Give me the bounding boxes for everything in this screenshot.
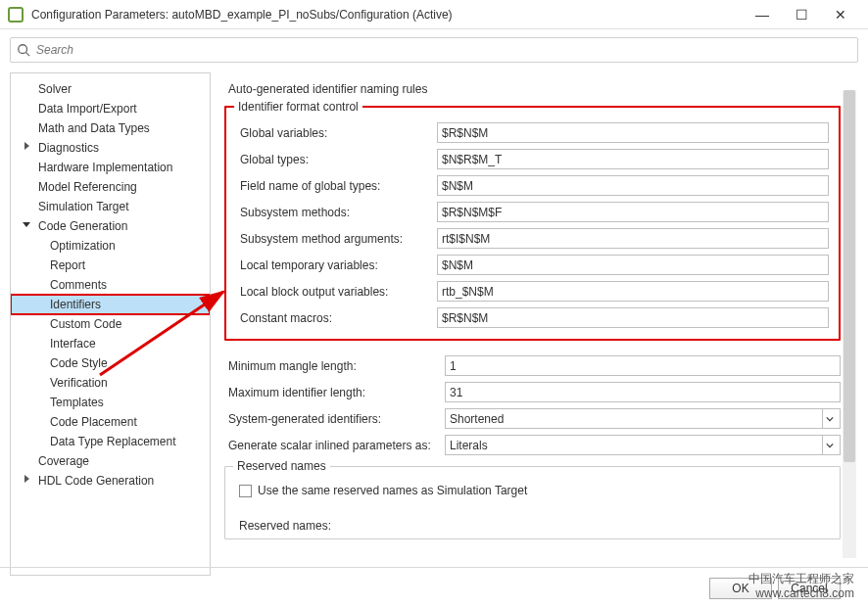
close-button[interactable]: ✕ [821,1,860,28]
group-legend: Reserved names [233,459,330,473]
sidebar-item-data-type-replacement[interactable]: Data Type Replacement [11,432,210,451]
vertical-scrollbar[interactable] [843,76,856,572]
sidebar-item-label: Data Import/Export [38,102,137,116]
form-label: Generate scalar inlined parameters as: [224,439,445,452]
format-field[interactable]: $N$R$M_T [437,149,829,169]
reserved-names-row: Reserved names: [235,512,830,538]
sidebar-item-solver[interactable]: Solver [11,79,210,99]
search-bar[interactable] [10,37,858,63]
format-field[interactable]: rt$I$N$M [437,228,829,249]
caret-right-icon [24,475,29,483]
form-label: Global types: [236,153,437,166]
sidebar-item-label: Code Style [50,356,108,370]
sidebar-item-hdl-code-generation[interactable]: HDL Code Generation [11,471,210,491]
minimize-button[interactable]: — [743,1,782,28]
sidebar-item-label: Verification [50,376,108,390]
sidebar-item-model-referencing[interactable]: Model Referencing [11,177,210,197]
combo-field[interactable]: Literals [445,435,841,455]
combo-field[interactable]: Shortened [445,408,841,429]
form-label: Subsystem methods: [236,206,437,219]
group-legend: Identifier format control [234,100,362,114]
format-field[interactable]: rtb_$N$M [437,281,829,302]
sidebar-item-label: Model Referencing [38,180,137,194]
form-label: Global variables: [236,126,437,140]
sidebar-item-custom-code[interactable]: Custom Code [11,314,210,334]
sidebar-item-coverage[interactable]: Coverage [11,451,210,471]
dialog-footer: OK Cancel 中国汽车工程师之家 www.cartech8.com [0,567,868,608]
sidebar-item-templates[interactable]: Templates [11,393,210,412]
sidebar-item-label: Simulation Target [38,200,129,213]
format-field[interactable]: $R$N$M [437,122,829,143]
sidebar-item-label: Hardware Implementation [38,161,172,174]
sidebar-item-label: Templates [50,396,104,409]
sidebar-item-code-style[interactable]: Code Style [11,353,210,373]
setting-row: System-generated identifiers:Shortened [224,405,841,432]
ok-button[interactable]: OK [709,578,772,599]
section-title: Auto-generated identifier naming rules [228,82,841,96]
sidebar-item-label: Code Placement [50,415,137,429]
cancel-button[interactable]: Cancel [778,578,841,599]
search-input[interactable] [36,43,851,57]
form-label: Field name of global types: [236,179,437,193]
maximize-button[interactable]: ☐ [782,1,821,28]
format-row: Global types:$N$R$M_T [236,146,829,172]
form-label: Local temporary variables: [236,258,437,272]
chevron-down-icon [822,436,836,454]
sidebar-item-label: Coverage [38,454,89,468]
sidebar-item-label: Math and Data Types [38,121,150,135]
format-row: Global variables:$R$N$M [236,119,829,146]
format-row: Subsystem methods:$R$N$M$F [236,199,829,225]
sidebar-item-label: Optimization [50,239,116,253]
sidebar-item-label: Report [50,258,85,272]
app-icon [8,7,24,23]
format-field[interactable]: $R$N$M$F [437,202,829,222]
sidebar-item-label: Code Generation [38,219,127,233]
form-label: Subsystem method arguments: [236,232,437,246]
checkbox-label: Use the same reserved names as Simulatio… [258,484,527,497]
setting-row: Minimum mangle length:1 [224,352,841,379]
sidebar-item-label: Custom Code [50,317,121,331]
text-field[interactable]: 1 [445,355,841,376]
text-field[interactable]: 31 [445,382,841,402]
main-pane: Auto-generated identifier naming rules I… [218,72,858,576]
svg-point-0 [19,45,27,54]
setting-row: Maximum identifier length:31 [224,379,841,405]
sidebar-item-code-generation[interactable]: Code Generation [11,216,210,236]
caret-right-icon [24,142,29,150]
sidebar-item-interface[interactable]: Interface [11,334,210,353]
search-icon [17,43,30,57]
sidebar-item-comments[interactable]: Comments [11,275,210,295]
sidebar-item-data-import-export[interactable]: Data Import/Export [11,99,210,118]
sidebar-item-diagnostics[interactable]: Diagnostics [11,138,210,158]
sidebar-item-label: Data Type Replacement [50,435,176,448]
format-row: Constant macros:$R$N$M [236,304,829,331]
form-label: System-generated identifiers: [224,412,445,426]
sidebar-item-simulation-target[interactable]: Simulation Target [11,197,210,216]
form-label: Maximum identifier length: [224,386,445,399]
identifier-format-group: Identifier format control Global variabl… [224,106,841,341]
sidebar-item-label: Interface [50,337,96,351]
sidebar-item-code-placement[interactable]: Code Placement [11,412,210,432]
format-field[interactable]: $R$N$M [437,307,829,328]
reserved-names-label: Reserved names: [235,519,353,533]
sidebar-item-math-and-data-types[interactable]: Math and Data Types [11,118,210,138]
setting-row: Generate scalar inlined parameters as:Li… [224,432,841,458]
window-title: Configuration Parameters: autoMBD_exampl… [31,8,743,22]
sidebar-item-hardware-implementation[interactable]: Hardware Implementation [11,158,210,177]
form-label: Constant macros: [236,311,437,325]
svg-line-1 [26,53,30,57]
format-row: Local temporary variables:$N$M [236,252,829,278]
reserved-sim-target-checkbox[interactable]: Use the same reserved names as Simulatio… [235,479,830,502]
format-field[interactable]: $N$M [437,255,829,275]
sidebar-item-label: Solver [38,82,72,96]
combo-value: Literals [450,439,488,452]
sidebar-item-optimization[interactable]: Optimization [11,236,210,256]
scrollbar-thumb[interactable] [844,90,855,462]
sidebar-item-report[interactable]: Report [11,256,210,275]
reserved-names-group: Reserved names Use the same reserved nam… [224,466,841,539]
format-row: Local block output variables:rtb_$N$M [236,278,829,304]
sidebar-item-verification[interactable]: Verification [11,373,210,393]
format-field[interactable]: $N$M [437,175,829,196]
sidebar-item-identifiers[interactable]: Identifiers [11,295,210,314]
sidebar-item-label: Identifiers [50,298,101,311]
